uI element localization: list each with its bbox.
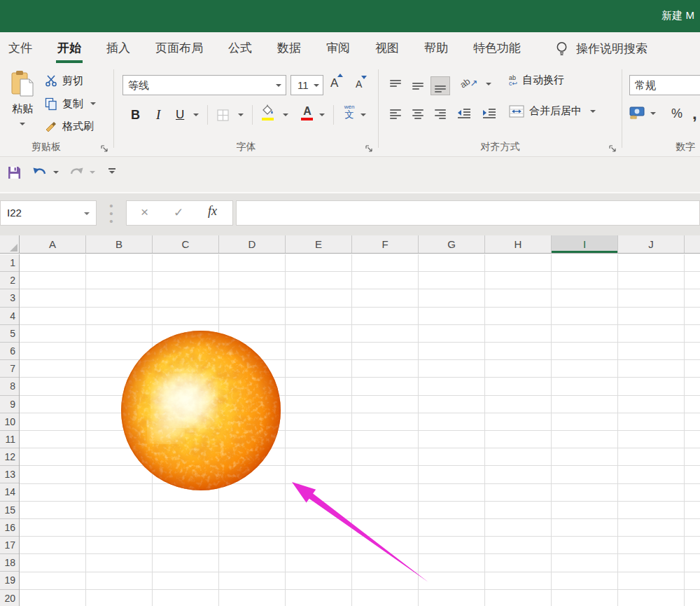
- tab-help[interactable]: 帮助: [417, 32, 455, 65]
- increase-indent-button[interactable]: [482, 107, 496, 118]
- row-header-1[interactable]: 1: [0, 254, 19, 272]
- insert-function-icon[interactable]: fx: [208, 204, 217, 219]
- phonetic-guide-button[interactable]: wén 文: [343, 103, 356, 125]
- row-header-14[interactable]: 14: [0, 483, 19, 501]
- borders-dropdown-icon[interactable]: [238, 113, 244, 116]
- name-box[interactable]: I22: [0, 200, 97, 226]
- formula-bar-resizer[interactable]: •••: [107, 202, 115, 225]
- align-top-button[interactable]: [386, 76, 405, 95]
- tab-review[interactable]: 审阅: [319, 32, 357, 65]
- underline-button[interactable]: U: [176, 104, 184, 126]
- column-header-A[interactable]: A: [20, 235, 86, 253]
- underline-dropdown-icon[interactable]: [193, 113, 199, 116]
- undo-button[interactable]: [32, 165, 59, 179]
- decrease-indent-button[interactable]: [457, 107, 471, 118]
- column-header-D[interactable]: D: [219, 235, 286, 253]
- redo-dropdown-icon[interactable]: [90, 171, 95, 174]
- row-header-17[interactable]: 17: [0, 537, 19, 554]
- row-header-10[interactable]: 10: [0, 413, 19, 431]
- name-box-dropdown-icon[interactable]: [84, 212, 90, 215]
- row-header-8[interactable]: 8: [0, 378, 19, 395]
- row-header-6[interactable]: 6: [0, 343, 19, 360]
- align-right-button[interactable]: [430, 104, 450, 123]
- align-middle-button[interactable]: [408, 76, 428, 95]
- column-header-B[interactable]: B: [86, 235, 153, 253]
- row-header-4[interactable]: 4: [0, 308, 19, 325]
- copy-dropdown-icon[interactable]: [90, 102, 96, 105]
- font-color-button[interactable]: A: [301, 102, 314, 125]
- font-dialog-launcher[interactable]: [365, 144, 373, 153]
- cancel-icon[interactable]: ×: [141, 205, 148, 220]
- align-left-button[interactable]: [386, 104, 405, 123]
- cut-button[interactable]: 剪切: [45, 71, 83, 90]
- row-header-16[interactable]: 16: [0, 519, 19, 537]
- column-header-C[interactable]: C: [153, 235, 219, 253]
- align-center-button[interactable]: [408, 104, 428, 123]
- tab-file[interactable]: 文件: [1, 32, 39, 65]
- tab-home[interactable]: 开始: [50, 32, 88, 65]
- row-header-15[interactable]: 15: [0, 502, 19, 519]
- row-header-5[interactable]: 5: [0, 325, 19, 343]
- merge-center-button[interactable]: 合并后居中: [509, 104, 596, 118]
- font-size-select[interactable]: 11: [290, 75, 323, 95]
- accounting-dropdown-icon[interactable]: [650, 112, 656, 115]
- row-header-9[interactable]: 9: [0, 396, 19, 413]
- font-size-dropdown-icon[interactable]: [314, 84, 319, 87]
- decrease-font-size-button[interactable]: A: [356, 78, 362, 90]
- column-header-G[interactable]: G: [419, 235, 485, 253]
- increase-font-size-button[interactable]: A: [330, 76, 338, 90]
- orientation-button[interactable]: ab↗: [460, 78, 491, 88]
- fill-color-button[interactable]: [262, 102, 274, 125]
- column-header-E[interactable]: E: [286, 235, 352, 253]
- column-header-H[interactable]: H: [485, 235, 552, 253]
- row-header-20[interactable]: 20: [0, 590, 19, 606]
- row-header-13[interactable]: 13: [0, 466, 19, 483]
- fill-color-dropdown-icon[interactable]: [283, 113, 288, 116]
- row-header-11[interactable]: 11: [0, 431, 19, 448]
- column-header-J[interactable]: J: [618, 235, 685, 253]
- column-header-F[interactable]: F: [352, 235, 419, 253]
- tab-insert[interactable]: 插入: [99, 32, 137, 65]
- tab-special-features[interactable]: 特色功能: [466, 32, 528, 65]
- paste-dropdown-icon[interactable]: [20, 123, 25, 125]
- clipboard-dialog-launcher[interactable]: [100, 144, 108, 153]
- wrap-text-button[interactable]: ab c↩ 自动换行: [509, 74, 564, 87]
- select-all-corner[interactable]: [0, 235, 20, 254]
- save-button[interactable]: [7, 165, 22, 180]
- paste-button[interactable]: 粘贴: [6, 70, 39, 135]
- percent-style-button[interactable]: %: [671, 106, 682, 121]
- alignment-dialog-launcher[interactable]: [608, 144, 617, 153]
- bold-button[interactable]: B: [131, 104, 140, 126]
- column-header-K[interactable]: K: [685, 235, 700, 253]
- row-header-3[interactable]: 3: [0, 289, 19, 307]
- row-header-18[interactable]: 18: [0, 554, 19, 572]
- enter-icon[interactable]: ✓: [174, 205, 183, 220]
- font-name-dropdown-icon[interactable]: [276, 84, 281, 87]
- font-name-select[interactable]: 等线: [122, 75, 286, 95]
- row-header-7[interactable]: 7: [0, 360, 19, 378]
- borders-button[interactable]: [217, 104, 229, 126]
- format-painter-button[interactable]: 格式刷: [45, 117, 94, 135]
- copy-button[interactable]: 复制: [45, 95, 96, 113]
- merge-center-dropdown-icon[interactable]: [590, 110, 596, 113]
- orientation-dropdown-icon[interactable]: [486, 83, 491, 85]
- number-format-select[interactable]: 常规: [629, 75, 700, 95]
- tell-me-search[interactable]: 操作说明搜索: [556, 41, 648, 57]
- row-header-2[interactable]: 2: [0, 272, 19, 289]
- formula-input[interactable]: [236, 200, 700, 226]
- row-header-12[interactable]: 12: [0, 448, 19, 466]
- italic-button[interactable]: I: [156, 104, 160, 126]
- accounting-format-button[interactable]: [629, 106, 645, 122]
- undo-dropdown-icon[interactable]: [53, 171, 59, 174]
- magenta-arrow[interactable]: [280, 474, 434, 586]
- tab-view[interactable]: 视图: [368, 32, 406, 65]
- row-header-19[interactable]: 19: [0, 572, 19, 589]
- customize-toolbar-button[interactable]: [108, 168, 115, 174]
- sun-image[interactable]: [120, 329, 282, 492]
- tab-data[interactable]: 数据: [270, 32, 308, 65]
- tab-page-layout[interactable]: 页面布局: [148, 32, 210, 65]
- redo-button[interactable]: [69, 165, 95, 179]
- column-header-I[interactable]: I: [552, 235, 618, 253]
- align-bottom-button[interactable]: [430, 76, 450, 95]
- phonetic-dropdown-icon[interactable]: [360, 113, 366, 116]
